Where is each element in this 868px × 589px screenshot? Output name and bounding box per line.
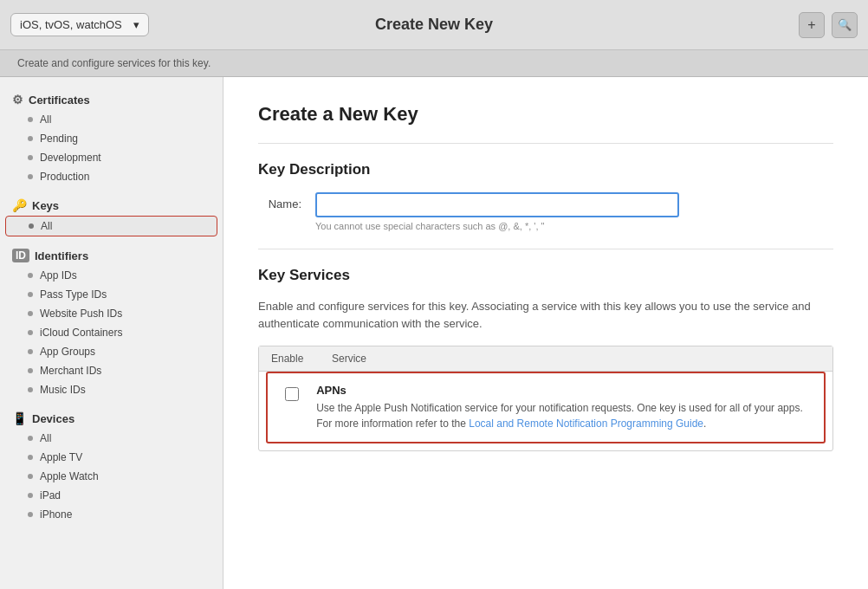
- dot-apple-tv: [28, 455, 33, 460]
- key-description-title: Key Description: [258, 161, 833, 178]
- sidebar-section-label-devices: Devices: [32, 412, 74, 425]
- apns-checkbox[interactable]: [285, 387, 299, 401]
- sidebar-section-label-identifiers: Identifiers: [35, 249, 88, 262]
- keys-icon: 🔑: [12, 198, 27, 212]
- sidebar-section-certificates[interactable]: ⚙ Certificates: [0, 87, 223, 110]
- dot-ipad: [28, 493, 33, 498]
- dot-website-push-ids: [28, 311, 33, 316]
- sidebar-item-production[interactable]: Production: [0, 167, 223, 186]
- sidebar-label-pending: Pending: [40, 133, 78, 145]
- apns-title: APNs: [316, 384, 812, 397]
- sidebar-item-merchant-ids[interactable]: Merchant IDs: [0, 361, 223, 380]
- apns-link[interactable]: Local and Remote Notification Programmin…: [469, 417, 703, 430]
- dot-production: [28, 174, 33, 179]
- sidebar-item-all-devices[interactable]: All: [0, 429, 223, 448]
- sub-header: Create and configure services for this k…: [0, 50, 868, 77]
- top-bar-title: Create New Key: [375, 16, 493, 34]
- sidebar-label-production: Production: [40, 171, 89, 183]
- sidebar-label-iphone: iPhone: [40, 508, 72, 521]
- divider-2: [258, 249, 833, 249]
- apns-bordered-box: APNs Use the Apple Push Notification ser…: [266, 372, 826, 443]
- sidebar-section-label-keys: Keys: [32, 199, 59, 212]
- dot-pending: [28, 136, 33, 141]
- sidebar-label-all-devices: All: [40, 432, 51, 444]
- content-area: Create a New Key Key Description Name: Y…: [223, 77, 868, 589]
- dot-app-ids: [28, 273, 33, 278]
- page-title: Create a New Key: [258, 103, 833, 126]
- platform-arrow: ▾: [133, 18, 139, 31]
- sidebar-item-iphone[interactable]: iPhone: [0, 505, 223, 524]
- dot-all-devices: [28, 436, 33, 441]
- sidebar-label-apple-tv: Apple TV: [40, 451, 82, 463]
- dot-icloud-containers: [28, 330, 33, 335]
- dot-development: [28, 155, 33, 160]
- dot-music-ids: [28, 387, 33, 392]
- sidebar-item-app-groups[interactable]: App Groups: [0, 342, 223, 361]
- dot-all-keys: [29, 223, 34, 229]
- name-input[interactable]: [315, 192, 679, 217]
- dot-apple-watch: [28, 474, 33, 479]
- col-enable-header: Enable: [259, 353, 328, 365]
- main-layout: ⚙ Certificates All Pending Development P…: [0, 77, 868, 589]
- identifiers-icon: ID: [12, 249, 29, 262]
- sidebar-section-devices[interactable]: 📱 Devices: [0, 406, 223, 429]
- top-bar: iOS, tvOS, watchOS ▾ Create New Key + 🔍: [0, 0, 868, 50]
- sidebar-item-music-ids[interactable]: Music IDs: [0, 380, 223, 399]
- sidebar-label-apple-watch: Apple Watch: [40, 470, 99, 482]
- sidebar-item-pending[interactable]: Pending: [0, 129, 223, 148]
- sidebar-label-all-certs: All: [40, 113, 51, 126]
- divider-1: [258, 143, 833, 144]
- services-box: Enable Service APNs Use the Apple Push N…: [258, 346, 833, 451]
- col-service-header: Service: [328, 353, 832, 365]
- services-header: Enable Service: [259, 346, 832, 372]
- sidebar-item-apple-tv[interactable]: Apple TV: [0, 448, 223, 467]
- name-input-wrapper: You cannot use special characters such a…: [315, 192, 679, 231]
- sidebar-label-development: Development: [40, 152, 101, 164]
- dot-pass-type-ids: [28, 292, 33, 297]
- dot-app-groups: [28, 349, 33, 354]
- sidebar-label-merchant-ids: Merchant IDs: [40, 365, 101, 377]
- apns-row: APNs Use the Apple Push Notification ser…: [259, 372, 832, 450]
- certificates-icon: ⚙: [12, 93, 23, 107]
- name-form-row: Name: You cannot use special characters …: [258, 192, 833, 231]
- sidebar-item-ipad[interactable]: iPad: [0, 486, 223, 505]
- services-description: Enable and configure services for this k…: [258, 298, 833, 332]
- dot-iphone: [28, 512, 33, 517]
- sidebar-item-all-certs[interactable]: All: [0, 110, 223, 129]
- name-hint: You cannot use special characters such a…: [315, 221, 679, 231]
- sidebar-item-website-push-ids[interactable]: Website Push IDs: [0, 304, 223, 323]
- sidebar-item-icloud-containers[interactable]: iCloud Containers: [0, 323, 223, 342]
- sidebar-label-pass-type-ids: Pass Type IDs: [40, 288, 107, 301]
- key-services-title: Key Services: [258, 267, 833, 284]
- sidebar-label-app-groups: App Groups: [40, 346, 95, 358]
- sidebar-label-app-ids: App IDs: [40, 269, 77, 282]
- sidebar-label-all-keys: All: [41, 220, 52, 232]
- sidebar-item-development[interactable]: Development: [0, 148, 223, 167]
- apns-checkbox-col: [280, 384, 304, 431]
- top-bar-left: iOS, tvOS, watchOS ▾: [10, 13, 149, 36]
- sidebar-section-label-certificates: Certificates: [29, 94, 90, 107]
- sidebar-label-music-ids: Music IDs: [40, 384, 86, 396]
- add-button[interactable]: +: [799, 12, 825, 38]
- dot-merchant-ids: [28, 368, 33, 373]
- sidebar: ⚙ Certificates All Pending Development P…: [0, 77, 223, 589]
- sidebar-item-all-keys[interactable]: All: [5, 216, 217, 236]
- sidebar-item-pass-type-ids[interactable]: Pass Type IDs: [0, 285, 223, 304]
- devices-icon: 📱: [12, 411, 27, 425]
- sidebar-label-icloud-containers: iCloud Containers: [40, 327, 122, 339]
- dot-all-certs: [28, 117, 33, 122]
- platform-label: iOS, tvOS, watchOS: [20, 18, 122, 31]
- name-label: Name:: [258, 192, 301, 210]
- sidebar-section-identifiers[interactable]: ID Identifiers: [0, 243, 223, 266]
- sub-header-text: Create and configure services for this k…: [17, 57, 211, 69]
- apns-description: Use the Apple Push Notification service …: [316, 400, 812, 431]
- platform-select[interactable]: iOS, tvOS, watchOS ▾: [10, 13, 149, 36]
- sidebar-label-ipad: iPad: [40, 489, 61, 502]
- search-button[interactable]: 🔍: [832, 12, 858, 38]
- sidebar-item-app-ids[interactable]: App IDs: [0, 266, 223, 285]
- apns-content: APNs Use the Apple Push Notification ser…: [316, 384, 812, 431]
- sidebar-item-apple-watch[interactable]: Apple Watch: [0, 467, 223, 486]
- apns-desc-suffix: .: [703, 417, 706, 430]
- sidebar-section-keys[interactable]: 🔑 Keys: [0, 193, 223, 216]
- sidebar-label-website-push-ids: Website Push IDs: [40, 307, 122, 320]
